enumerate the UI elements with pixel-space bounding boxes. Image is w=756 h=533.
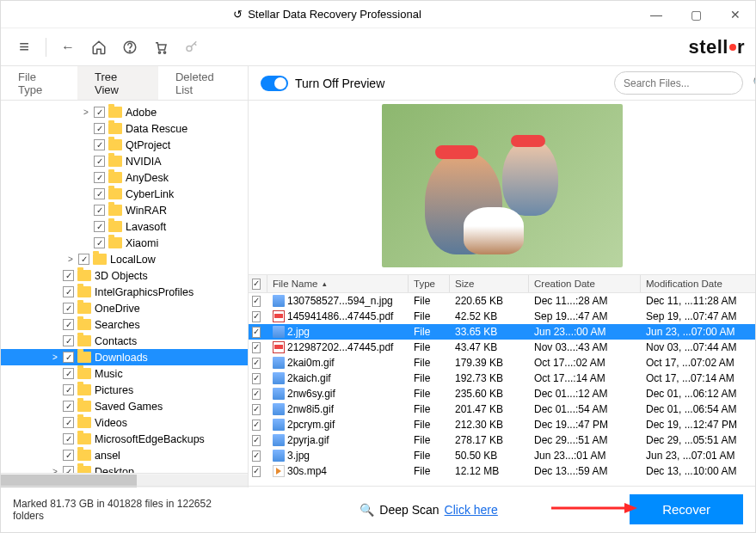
- tree-checkbox[interactable]: ✓: [94, 172, 105, 183]
- preview-toggle[interactable]: [261, 76, 288, 91]
- folder-tree[interactable]: >✓Adobe✓Data Rescue✓QtProject✓NVIDIA✓Any…: [1, 101, 248, 473]
- file-row[interactable]: ✓145941486...47445.pdfFile42.52 KBSep 19…: [249, 309, 755, 324]
- file-row[interactable]: ✓2pyrja.gifFile278.17 KBDec 29...:51 AMD…: [249, 432, 755, 448]
- file-row[interactable]: ✓2.jpgFile33.65 KBJun 23...:00 AMJun 23,…: [249, 324, 755, 340]
- col-cdate[interactable]: Creation Date: [529, 275, 641, 292]
- expand-icon[interactable]: >: [47, 352, 63, 362]
- search-icon[interactable]: 🔍: [753, 75, 756, 91]
- tree-checkbox[interactable]: ✓: [94, 156, 105, 167]
- tree-checkbox[interactable]: ✓: [63, 401, 74, 412]
- tree-item-microsoftedgebackups[interactable]: ✓MicrosoftEdgeBackups: [1, 431, 248, 447]
- tree-item-lavasoft[interactable]: ✓Lavasoft: [1, 218, 248, 235]
- col-type[interactable]: Type: [409, 275, 450, 292]
- file-checkbox[interactable]: ✓: [252, 296, 261, 307]
- tree-checkbox[interactable]: ✓: [94, 221, 105, 232]
- tree-item-videos[interactable]: ✓Videos: [1, 414, 248, 431]
- tree-checkbox[interactable]: ✓: [94, 205, 105, 216]
- key-icon[interactable]: [179, 34, 205, 60]
- tree-item-nvidia[interactable]: ✓NVIDIA: [1, 153, 248, 169]
- file-row[interactable]: ✓2nw6sy.gifFile235.60 KBDec 01...:12 AMD…: [249, 386, 755, 401]
- file-checkbox[interactable]: ✓: [252, 342, 261, 353]
- tree-item-desktop[interactable]: >✓Desktop: [1, 463, 248, 473]
- expand-icon[interactable]: >: [47, 467, 63, 473]
- tab-tree-view[interactable]: Tree View: [77, 66, 158, 100]
- tree-checkbox[interactable]: ✓: [94, 139, 105, 150]
- tree-item-locallow[interactable]: >✓LocalLow: [1, 251, 248, 267]
- col-mdate[interactable]: Modification Date: [641, 275, 753, 292]
- tree-checkbox[interactable]: ✓: [63, 450, 74, 461]
- tree-item-pictures[interactable]: ✓Pictures: [1, 382, 248, 398]
- tree-checkbox[interactable]: ✓: [63, 335, 74, 346]
- file-checkbox[interactable]: ✓: [252, 435, 261, 446]
- tree-checkbox[interactable]: ✓: [63, 319, 74, 330]
- search-box[interactable]: 🔍: [614, 71, 743, 95]
- col-filename[interactable]: File Name▴: [267, 275, 409, 292]
- tree-item-searches[interactable]: ✓Searches: [1, 316, 248, 333]
- tree-checkbox[interactable]: ✓: [63, 352, 74, 363]
- tree-checkbox[interactable]: ✓: [63, 384, 74, 395]
- tree-item-winrar[interactable]: ✓WinRAR: [1, 202, 248, 218]
- tree-checkbox[interactable]: ✓: [94, 123, 105, 134]
- tree-item-3d-objects[interactable]: ✓3D Objects: [1, 267, 248, 284]
- tree-checkbox[interactable]: ✓: [63, 286, 74, 297]
- file-row[interactable]: ✓2nw8i5.gifFile201.47 KBDec 01...:54 AMD…: [249, 401, 755, 417]
- tree-checkbox[interactable]: ✓: [94, 188, 105, 199]
- search-input[interactable]: [624, 77, 753, 89]
- deepscan-link[interactable]: Click here: [445, 503, 498, 517]
- tree-item-qtproject[interactable]: ✓QtProject: [1, 137, 248, 153]
- file-row[interactable]: ✓3.jpgFile50.50 KBJun 23...:01 AMJun 23,…: [249, 448, 755, 463]
- tree-checkbox[interactable]: ✓: [63, 466, 74, 473]
- maximize-button[interactable]: ▢: [676, 1, 716, 28]
- tree-item-onedrive[interactable]: ✓OneDrive: [1, 300, 248, 316]
- expand-icon[interactable]: >: [63, 254, 78, 264]
- tree-checkbox[interactable]: ✓: [63, 417, 74, 428]
- file-checkbox[interactable]: ✓: [252, 389, 261, 400]
- file-checkbox[interactable]: ✓: [252, 311, 261, 322]
- cart-icon[interactable]: [148, 34, 174, 60]
- tree-item-downloads[interactable]: >✓Downloads: [1, 349, 248, 365]
- tab-deleted-list[interactable]: Deleted List: [158, 66, 248, 100]
- close-button[interactable]: ✕: [716, 1, 755, 28]
- file-row[interactable]: ✓2kaich.gifFile192.73 KBOct 17...:14 AMO…: [249, 371, 755, 386]
- file-checkbox[interactable]: ✓: [252, 420, 261, 431]
- file-list-header[interactable]: ✓ File Name▴ Type Size Creation Date Mod…: [249, 274, 755, 293]
- tree-item-anydesk[interactable]: ✓AnyDesk: [1, 169, 248, 186]
- file-checkbox[interactable]: ✓: [252, 373, 261, 384]
- tree-item-xiaomi[interactable]: ✓Xiaomi: [1, 235, 248, 251]
- col-size[interactable]: Size: [450, 275, 529, 292]
- tree-checkbox[interactable]: ✓: [63, 433, 74, 444]
- back-icon[interactable]: ←: [55, 34, 81, 60]
- tree-checkbox[interactable]: ✓: [78, 254, 89, 265]
- file-checkbox[interactable]: ✓: [252, 327, 261, 338]
- recover-button[interactable]: Recover: [630, 494, 743, 524]
- menu-icon[interactable]: ≡: [11, 34, 37, 60]
- tree-item-ansel[interactable]: ✓ansel: [1, 447, 248, 463]
- file-checkbox[interactable]: ✓: [252, 404, 261, 415]
- help-icon[interactable]: [117, 34, 143, 60]
- tree-item-intelgraphicsprofiles[interactable]: ✓IntelGraphicsProfiles: [1, 284, 248, 300]
- tree-checkbox[interactable]: ✓: [63, 270, 74, 281]
- tree-item-adobe[interactable]: >✓Adobe: [1, 104, 248, 120]
- tree-checkbox[interactable]: ✓: [63, 368, 74, 379]
- tree-item-data-rescue[interactable]: ✓Data Rescue: [1, 120, 248, 137]
- minimize-button[interactable]: —: [636, 1, 676, 28]
- tree-checkbox[interactable]: ✓: [94, 107, 105, 118]
- file-row[interactable]: ✓212987202...47445.pdfFile43.47 KBNov 03…: [249, 340, 755, 355]
- home-icon[interactable]: [86, 34, 112, 60]
- tab-file-type[interactable]: File Type: [1, 66, 77, 100]
- select-all-checkbox[interactable]: ✓: [252, 279, 261, 290]
- file-checkbox[interactable]: ✓: [252, 450, 261, 462]
- tree-checkbox[interactable]: ✓: [63, 303, 74, 314]
- expand-icon[interactable]: >: [78, 107, 94, 117]
- file-list[interactable]: ✓130758527...594_n.jpgFile220.65 KBDec 1…: [249, 293, 755, 487]
- tree-item-music[interactable]: ✓Music: [1, 365, 248, 382]
- tree-checkbox[interactable]: ✓: [94, 237, 105, 248]
- tree-item-contacts[interactable]: ✓Contacts: [1, 333, 248, 349]
- file-checkbox[interactable]: ✓: [252, 466, 261, 477]
- tree-item-saved-games[interactable]: ✓Saved Games: [1, 398, 248, 414]
- file-row[interactable]: ✓30s.mp4File12.12 MBDec 13...:59 AMDec 1…: [249, 463, 755, 479]
- file-row[interactable]: ✓130758527...594_n.jpgFile220.65 KBDec 1…: [249, 293, 755, 309]
- tree-item-cyberlink[interactable]: ✓CyberLink: [1, 186, 248, 202]
- file-row[interactable]: ✓2kai0m.gifFile179.39 KBOct 17...:02 AMO…: [249, 355, 755, 371]
- file-row[interactable]: ✓2pcrym.gifFile212.30 KBDec 19...:47 PMD…: [249, 417, 755, 432]
